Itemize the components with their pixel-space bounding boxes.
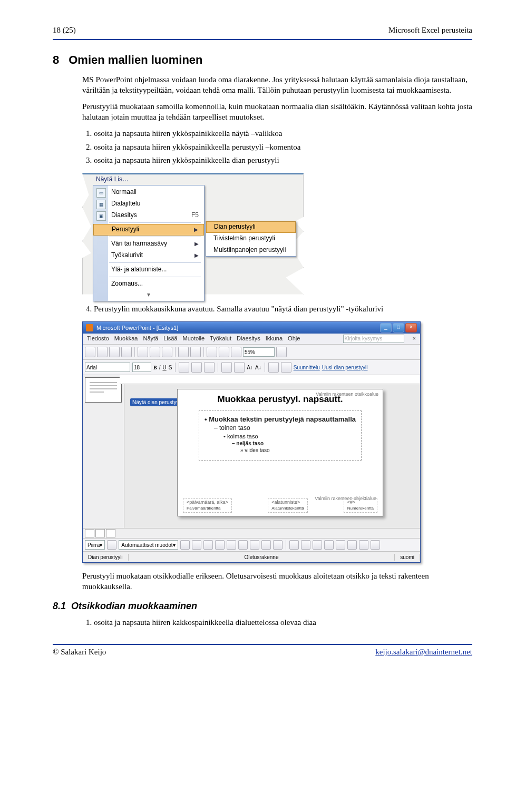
chart-icon[interactable] <box>207 347 217 357</box>
numbering-icon[interactable] <box>234 362 245 373</box>
undo-icon[interactable] <box>178 347 189 357</box>
save-icon[interactable] <box>109 347 120 357</box>
wordart-icon[interactable] <box>238 540 248 550</box>
draw-menu[interactable]: Piirrä ▾ <box>85 540 105 550</box>
menu-item-toolbars[interactable]: Työkalurivit ▶ <box>93 250 204 261</box>
footer-placeholder[interactable]: <alatunniste>Alatunnistekenttä <box>268 498 307 513</box>
cut-icon[interactable] <box>138 347 148 357</box>
slide-master-canvas[interactable]: Muokkaa perustyyl. napsautt. Valmiin rak… <box>177 389 383 516</box>
table-icon[interactable] <box>219 347 229 357</box>
three-d-icon[interactable] <box>371 540 380 550</box>
menu-tools[interactable]: Työkalut <box>210 335 231 343</box>
rectangle-icon[interactable] <box>203 540 213 550</box>
master-view-tip: Näytä dian perustyyli <box>130 398 183 406</box>
date-placeholder[interactable]: <päivämäärä, aika>Päivämääräkenttä <box>183 498 232 513</box>
submenu-arrow-icon: ▶ <box>194 252 199 259</box>
line-style-icon[interactable] <box>324 540 334 550</box>
menu-edit[interactable]: Muokkaa <box>114 335 138 343</box>
new-icon[interactable] <box>85 347 95 357</box>
zoom-select[interactable]: 55% <box>243 347 275 357</box>
align-right-icon[interactable] <box>204 362 215 373</box>
hyperlink-icon[interactable] <box>231 347 241 357</box>
footer-email[interactable]: keijo.salakari@dnainternet.net <box>375 647 472 658</box>
number-placeholder[interactable]: <#>Numerokenttä <box>344 498 377 513</box>
arrow-style-icon[interactable] <box>347 540 357 550</box>
menu-item-headerfooter[interactable]: Ylä- ja alatunniste... <box>93 264 204 276</box>
submenu-item-slide-master[interactable]: Dian perustyyli <box>206 221 296 233</box>
status-center: Oletusrakenne <box>129 554 395 561</box>
indent-icon[interactable] <box>281 362 291 373</box>
underline-button[interactable]: U <box>162 364 166 371</box>
master-body-placeholder[interactable]: • Muokkaa tekstin perustyylejä napsautta… <box>199 410 362 461</box>
fill-color-icon[interactable] <box>289 540 299 550</box>
menu-expand-chevron-icon[interactable]: ▾ <box>93 290 204 300</box>
menu-item-slideshow[interactable]: ▣ Diaesitys F5 <box>93 210 204 221</box>
menu-item-normal[interactable]: ▭ Normaali <box>93 187 204 198</box>
outdent-icon[interactable] <box>268 362 279 373</box>
minimize-button[interactable]: _ <box>380 323 392 332</box>
picture-icon[interactable] <box>273 540 283 550</box>
font-shrink-button[interactable]: A↓ <box>255 364 261 371</box>
slideshow-view-button[interactable] <box>106 529 115 537</box>
steps-list-2: osoita ja napsauta hiiren kakkospainikke… <box>82 618 472 628</box>
shadow-icon[interactable] <box>359 540 368 550</box>
menu-format[interactable]: Muotoile <box>182 335 205 343</box>
print-icon[interactable] <box>121 347 132 357</box>
dash-style-icon[interactable] <box>336 540 345 550</box>
menu-item-sorter[interactable]: ▦ Dialajittelu <box>93 198 204 210</box>
align-left-icon[interactable] <box>179 362 189 373</box>
paste-icon[interactable] <box>162 347 172 357</box>
autoshapes-menu[interactable]: Automaattiset muodot ▾ <box>119 540 178 550</box>
textbox-icon[interactable] <box>227 540 236 550</box>
submenu-item-handout-master[interactable]: Tiivistelmän perustyyli <box>206 233 296 244</box>
menu-view[interactable]: Näytä <box>143 335 158 343</box>
line-icon[interactable] <box>180 540 190 550</box>
menu-item-zoom[interactable]: Zoomaus... <box>93 278 204 290</box>
menu-window[interactable]: Ikkuna <box>266 335 283 343</box>
bullets-icon[interactable] <box>221 362 232 373</box>
footer-rule <box>53 644 472 645</box>
menu-help[interactable]: Ohje <box>288 335 300 343</box>
menu-slideshow[interactable]: Diaesitys <box>237 335 260 343</box>
page-number: 18 (25) <box>53 25 76 36</box>
close-button[interactable]: × <box>405 323 417 332</box>
maximize-button[interactable]: □ <box>393 323 404 332</box>
select-icon[interactable] <box>107 540 116 550</box>
new-master-link[interactable]: Uusi dian perustyyli <box>322 364 368 371</box>
page-header: 18 (25) Microsoft Excel perusteita <box>53 25 472 36</box>
window-titlebar: Microsoft PowerPoint - [Esitys1] _ □ × <box>83 322 420 334</box>
line-color-icon[interactable] <box>301 540 310 550</box>
outline-level-3: • kolmas taso <box>223 433 356 440</box>
italic-button[interactable]: I <box>159 364 161 371</box>
copy-icon[interactable] <box>150 347 160 357</box>
bold-button[interactable]: B <box>153 364 157 371</box>
oval-icon[interactable] <box>215 540 225 550</box>
help-icon[interactable] <box>276 347 287 357</box>
redo-icon[interactable] <box>190 347 201 357</box>
font-grow-button[interactable]: A↑ <box>247 364 253 371</box>
slide-thumbnail[interactable] <box>85 377 122 403</box>
menu-file[interactable]: Tiedosto <box>87 335 109 343</box>
menu-item-color[interactable]: Väri tai harmaasävy ▶ <box>93 238 204 250</box>
menu-insert[interactable]: Lisää <box>163 335 177 343</box>
normal-view-button[interactable] <box>85 529 94 537</box>
font-color-icon[interactable] <box>313 540 322 550</box>
diagram-icon[interactable] <box>250 540 259 550</box>
open-icon[interactable] <box>97 347 108 357</box>
font-select[interactable]: Arial <box>85 363 130 372</box>
status-bar: Dian perustyyli Oletusrakenne suomi <box>83 552 420 562</box>
shadow-button[interactable]: S <box>169 364 172 371</box>
arrow-icon[interactable] <box>192 540 201 550</box>
design-link[interactable]: Suunnittelu <box>294 364 320 371</box>
submenu-item-notes-master[interactable]: Muistiinpanojen perustyyli <box>206 244 296 256</box>
sorter-view-button[interactable] <box>95 529 105 537</box>
standard-toolbar: 55% <box>83 345 420 360</box>
font-size-select[interactable]: 18 <box>132 363 151 372</box>
clipart-icon[interactable] <box>261 540 271 550</box>
doc-close-button[interactable]: × <box>413 335 416 343</box>
align-center-icon[interactable] <box>191 362 202 373</box>
ask-question-box[interactable]: Kirjoita kysymys <box>343 335 404 343</box>
paragraph-intro-1: MS PowerPoint ohjelmassa voidaan luoda o… <box>82 75 472 95</box>
outline-level-2: – toinen taso <box>214 424 356 433</box>
menu-item-master[interactable]: Perustyyli ▶ <box>93 224 204 236</box>
